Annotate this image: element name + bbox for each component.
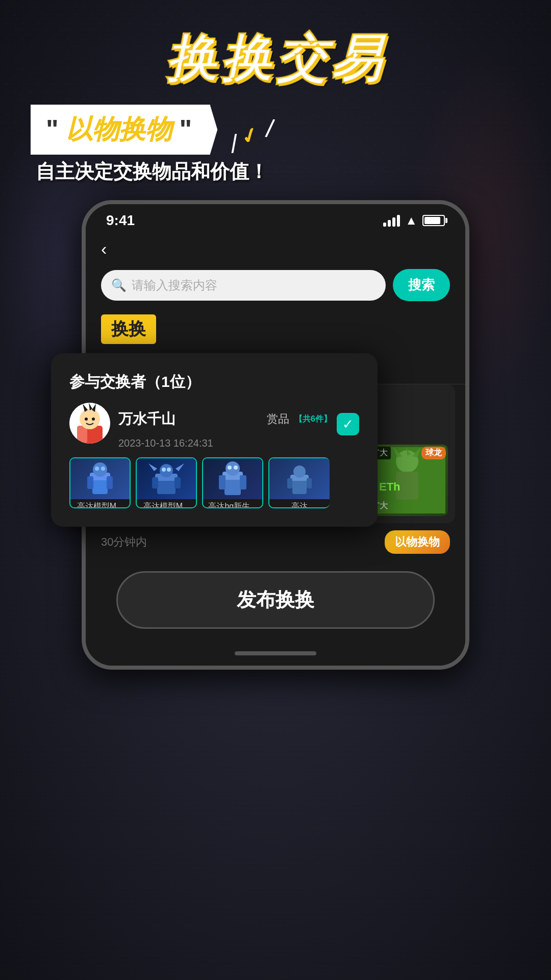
- exchanger-popup: 参与交换者（1位）: [51, 353, 378, 527]
- battery-icon: [422, 215, 445, 226]
- nav-bar: ‹: [86, 234, 465, 264]
- svg-point-31: [234, 465, 238, 470]
- signal-icon: [383, 215, 400, 227]
- reward-badge: 【共6件】: [294, 414, 332, 425]
- svg-rect-19: [174, 477, 181, 488]
- svg-rect-11: [87, 476, 93, 489]
- popup-item-label-4: 高达: [269, 499, 330, 507]
- popup-item-label-3: 高达hg新生...: [203, 499, 262, 507]
- svg-point-22: [167, 468, 171, 472]
- search-button[interactable]: 搜索: [393, 269, 450, 301]
- exchanger-timestamp: 2023-10-13 16:24:31: [118, 437, 359, 449]
- subtitle-highlight: 以物换物: [66, 114, 172, 144]
- publish-button[interactable]: 发布换换: [116, 571, 435, 629]
- publish-btn-area: 发布换换: [86, 561, 465, 644]
- svg-point-8: [92, 418, 95, 421]
- status-time: 9:41: [106, 212, 135, 229]
- svg-marker-23: [148, 463, 157, 471]
- svg-point-36: [293, 465, 306, 478]
- popup-item-img-2: [137, 458, 196, 499]
- back-button[interactable]: ‹: [101, 239, 127, 259]
- subtitle-banner: " 以物换物 " 自主决定交换物品和价值！ ✓ / /: [0, 105, 551, 185]
- svg-rect-35: [307, 478, 312, 488]
- popup-item-img-3: [203, 458, 262, 499]
- search-icon: 🔍: [111, 278, 127, 292]
- popup-item-label-1: 高达模型M...: [70, 499, 130, 507]
- deco-slash2: /: [230, 129, 239, 159]
- popup-item-2[interactable]: 高达模型M...: [136, 457, 197, 508]
- exchanger-avatar: [69, 403, 110, 444]
- popup-item-1[interactable]: 高达模型M...: [69, 457, 131, 508]
- svg-point-29: [226, 461, 240, 476]
- listing-more-badge: 球龙: [421, 447, 446, 459]
- quote-close: ": [180, 114, 192, 144]
- svg-text:ETh: ETh: [379, 480, 400, 493]
- subtitle-line1: " 以物换物 ": [31, 105, 217, 155]
- svg-point-3: [80, 409, 100, 429]
- popup-item-3[interactable]: 高达hg新生...: [202, 457, 263, 508]
- wifi-icon: ▲: [405, 213, 417, 228]
- check-icon[interactable]: ✓: [337, 413, 359, 435]
- svg-point-20: [160, 464, 173, 477]
- phone-popup-wrapper: 参与交换者（1位）: [82, 185, 469, 670]
- popup-item-img-1: [70, 458, 130, 499]
- svg-rect-34: [287, 478, 292, 488]
- svg-rect-12: [107, 476, 113, 489]
- section-header: 换换: [86, 309, 465, 347]
- post-time-label: 30分钟内: [101, 534, 147, 550]
- popup-item-label-2: 高达模型M...: [137, 499, 196, 507]
- svg-rect-18: [152, 477, 158, 488]
- app-title: 换换交易: [164, 25, 387, 94]
- popup-item-4[interactable]: 高达: [268, 457, 330, 508]
- search-input[interactable]: 请输入搜索内容: [132, 277, 217, 293]
- section-title: 换换: [101, 314, 156, 344]
- svg-rect-28: [240, 475, 246, 489]
- svg-point-30: [228, 465, 232, 470]
- title-banner: 换换交易: [165, 26, 386, 94]
- home-bar: [235, 651, 316, 655]
- deco-icon: ✓: [237, 122, 262, 150]
- exchanger-row: 万水千山 赏品 【共6件】 ✓ 2023-10-13 16:24:31: [69, 403, 359, 449]
- quote-open: ": [46, 114, 59, 144]
- exchanger-name: 万水千山: [118, 409, 176, 429]
- status-bar: 9:41 ▲: [86, 204, 465, 234]
- popup-title: 参与交换者（1位）: [69, 372, 359, 393]
- yi-wu-badge: 以物换物: [385, 530, 450, 554]
- search-input-wrap[interactable]: 🔍 请输入搜索内容: [101, 270, 386, 301]
- svg-point-21: [162, 468, 166, 472]
- listing-image-4[interactable]: ETh 扩大 扩大 球龙: [366, 445, 448, 516]
- popup-item-img-4: [269, 458, 330, 499]
- reward-prefix: 赏品: [267, 411, 289, 427]
- svg-rect-27: [219, 475, 226, 489]
- main-content: 换换交易 " 以物换物 " 自主决定交换物品和价值！ ✓ / / 参与交换者（1…: [0, 0, 551, 670]
- subtitle-line2: 自主决定交换物品和价值！: [31, 159, 268, 185]
- home-indicator: [86, 644, 465, 666]
- svg-point-13: [93, 462, 107, 477]
- svg-point-14: [95, 467, 99, 471]
- svg-point-7: [85, 418, 88, 421]
- search-area: 🔍 请输入搜索内容 搜索: [86, 264, 465, 309]
- svg-point-15: [101, 467, 105, 471]
- status-icons: ▲: [383, 213, 445, 228]
- exchanger-info: 万水千山 赏品 【共6件】 ✓ 2023-10-13 16:24:31: [118, 403, 359, 449]
- deco-slash: /: [264, 113, 276, 144]
- svg-marker-24: [176, 463, 184, 471]
- phone-bottom-bar: 30分钟内 以物换物: [86, 523, 465, 561]
- svg-point-77: [419, 467, 436, 494]
- popup-items: 高达模型M...: [69, 457, 359, 508]
